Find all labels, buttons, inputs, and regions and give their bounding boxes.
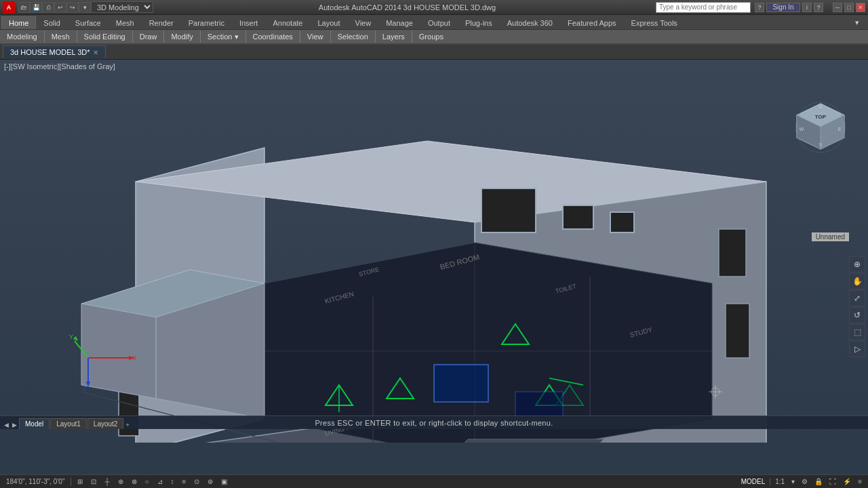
undo-btn[interactable]: ↩ [54, 2, 66, 13]
svg-rect-24 [515, 392, 563, 419]
titlebar: A 🗁 💾 ⎙ ↩ ↪ ▾ 3D Modeling Autodesk AutoC… [0, 0, 868, 15]
zoom-extents-icon[interactable]: ⊕ [849, 256, 865, 272]
sign-in-btn[interactable]: Sign In [766, 3, 800, 12]
hardware-accel-btn[interactable]: ⚡ [841, 478, 853, 485]
qp-btn[interactable]: ⊛ [205, 478, 215, 485]
snap-btn[interactable]: ⊞ [75, 478, 85, 485]
ribbon-settings-btn[interactable]: ▾ [848, 16, 867, 29]
layout-tab-1[interactable]: Layout1 [50, 418, 87, 429]
quick-print[interactable]: ⎙ [42, 2, 54, 13]
tab-express-tools[interactable]: Express Tools [624, 16, 685, 29]
doc-tab-house[interactable]: 3d HOUSE MODEL 3D* ✕ [3, 45, 106, 58]
scale-label[interactable]: 1:1 [773, 478, 787, 485]
pan-icon[interactable]: ✋ [849, 273, 865, 289]
orbit-icon[interactable]: ↺ [849, 307, 865, 323]
viewport-label: [-][SW Isometric][Shades of Gray] [4, 62, 115, 70]
command-text: Press ESC or ENTER to exit, or right-cli… [315, 419, 553, 427]
quick-save[interactable]: 🗁 [18, 2, 30, 13]
sb-sep2 [770, 478, 770, 486]
add-layout-btn[interactable]: + [124, 421, 130, 429]
tab-autodesk360[interactable]: Autodesk 360 [500, 16, 560, 29]
lock-btn[interactable]: 🔒 [812, 478, 825, 485]
tab-home[interactable]: Home [1, 16, 36, 29]
customization-btn[interactable]: ≡ [856, 478, 864, 485]
minimize-btn[interactable]: ─ [833, 3, 842, 12]
tab-render[interactable]: Render [142, 16, 181, 29]
ortho-btn[interactable]: ┼ [102, 478, 111, 485]
grid-btn[interactable]: ⊡ [89, 478, 98, 485]
tab-manage[interactable]: Manage [378, 16, 420, 29]
mode-selector[interactable]: 3D Modeling [91, 1, 153, 13]
ribbon-modify[interactable]: Modify [167, 31, 197, 42]
tab-layout[interactable]: Layout [310, 16, 347, 29]
scroll-right-btn[interactable]: ▶ [11, 421, 18, 429]
quick-open[interactable]: 💾 [30, 2, 42, 13]
sc-btn[interactable]: ▣ [219, 478, 229, 485]
view-cube-icon[interactable]: ⬚ [849, 324, 865, 340]
close-btn[interactable]: ✕ [856, 3, 865, 12]
svg-rect-27 [563, 205, 593, 229]
svg-text:S: S [819, 142, 823, 147]
otrack-btn[interactable]: ○ [143, 478, 151, 485]
restore-btn[interactable]: □ [844, 3, 854, 12]
house-model-canvas: BED ROOM KITCHEN STORE TOILET STUDY LIVI… [0, 60, 868, 443]
redo-btn[interactable]: ↪ [66, 2, 79, 13]
annotation-scale[interactable]: ▾ [789, 478, 797, 485]
info-btn[interactable]: i [802, 3, 812, 12]
lweight-btn[interactable]: ≡ [180, 478, 189, 485]
ducs-btn[interactable]: ⊿ [155, 478, 165, 485]
workspace-btn[interactable]: ⚙ [800, 478, 810, 485]
tab-mesh[interactable]: Mesh [108, 16, 142, 29]
qa-extra[interactable]: ▾ [79, 2, 91, 13]
app-icon: A [3, 1, 15, 14]
coordinates-display: 184'0", 110'-3", 0'0" [4, 478, 66, 485]
doc-tab-close[interactable]: ✕ [93, 49, 98, 56]
tab-parametric[interactable]: Parametric [181, 16, 232, 29]
ribbon-selection[interactable]: Selection [334, 31, 372, 42]
ribbon-draw[interactable]: Draw [136, 31, 161, 42]
doc-tab-label: 3d HOUSE MODEL 3D* [10, 48, 90, 56]
ribbon-mesh[interactable]: Mesh [47, 31, 74, 42]
svg-text:TOP: TOP [815, 114, 827, 120]
tab-plugins[interactable]: Plug-ins [458, 16, 500, 29]
ribbon-view[interactable]: View [303, 31, 328, 42]
dyn-btn[interactable]: ↕ [169, 478, 176, 485]
model-label[interactable]: MODEL [739, 478, 768, 485]
nav-cube[interactable]: TOP S W E N [793, 100, 848, 155]
help-icon[interactable]: ? [755, 3, 764, 12]
tab-insert[interactable]: Insert [232, 16, 266, 29]
viewport[interactable]: [-][SW Isometric][Shades of Gray] BED RO [0, 60, 868, 443]
tpress-btn[interactable]: ⊙ [192, 478, 201, 485]
ribbon-groups[interactable]: Groups [415, 31, 448, 42]
layout-tab-2[interactable]: Layout2 [87, 418, 124, 429]
scroll-left-btn[interactable]: ◀ [3, 421, 10, 429]
tab-featured-apps[interactable]: Featured Apps [560, 16, 624, 29]
tab-solid[interactable]: Solid [36, 16, 67, 29]
ribbon-layers[interactable]: Layers [378, 31, 409, 42]
help2-btn[interactable]: ? [814, 3, 823, 12]
tab-annotate[interactable]: Annotate [265, 16, 310, 29]
ribbon-tabs: Home Solid Surface Mesh Render Parametri… [0, 15, 868, 30]
svg-text:Z: Z [83, 385, 87, 392]
search-input[interactable] [656, 2, 751, 13]
tab-surface[interactable]: Surface [68, 16, 108, 29]
layout-tab-model[interactable]: Model [19, 418, 50, 429]
svg-rect-23 [434, 365, 488, 402]
zoom-icon[interactable]: ⤢ [849, 290, 865, 306]
ribbon-coordinates[interactable]: Coordinates [249, 31, 297, 42]
tab-output[interactable]: Output [420, 16, 458, 29]
ribbon-modeling[interactable]: Modeling [3, 31, 41, 42]
ribbon-section[interactable]: Section ▾ [203, 31, 243, 43]
fullscreen-btn[interactable]: ⛶ [827, 478, 838, 485]
sep5 [200, 30, 201, 43]
polar-btn[interactable]: ⊕ [116, 478, 125, 485]
svg-marker-34 [81, 304, 156, 399]
ribbon-solid-editing[interactable]: Solid Editing [80, 31, 130, 42]
sep3 [132, 30, 133, 43]
sep10 [412, 30, 412, 43]
tab-view[interactable]: View [348, 16, 379, 29]
sep7 [300, 30, 300, 43]
show-motion-icon[interactable]: ▷ [849, 341, 865, 357]
window-title: Autodesk AutoCAD 2014 3d HOUSE MODEL 3D.… [159, 3, 656, 12]
snap2-btn[interactable]: ⊗ [130, 478, 139, 485]
